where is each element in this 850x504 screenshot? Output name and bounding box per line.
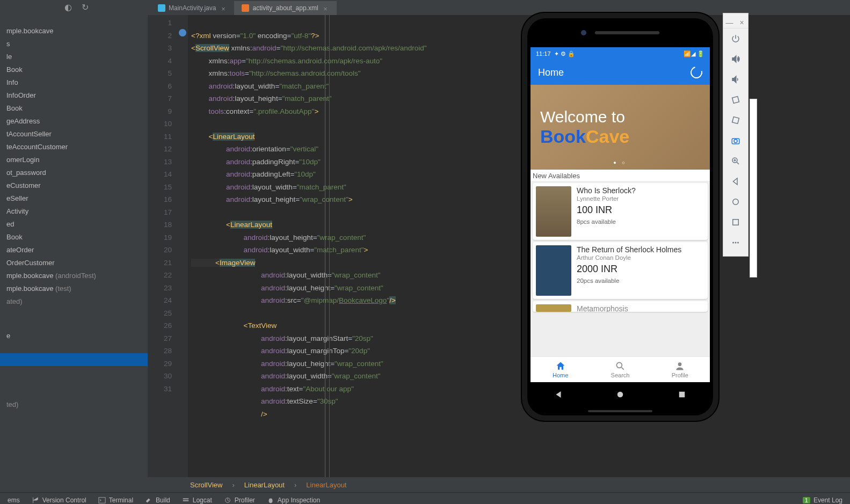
emulator-window[interactable]: 11:17 ✦ ⚙ 🔒 📶◢ 🔋 Home Welcome to BookCav… bbox=[522, 13, 718, 421]
svg-rect-1 bbox=[183, 498, 189, 499]
tab-mainactivity[interactable]: MainActivity.java × bbox=[150, 1, 234, 15]
tree-item[interactable]: eSeller bbox=[0, 192, 148, 205]
android-statusbar: 11:17 ✦ ⚙ 🔒 📶◢ 🔋 bbox=[531, 47, 710, 60]
home-icon[interactable] bbox=[723, 192, 748, 212]
volume-down-icon[interactable] bbox=[723, 69, 748, 90]
tree-item[interactable]: mple.bookcave (test) bbox=[0, 282, 148, 295]
vcs-icon bbox=[32, 496, 39, 504]
nav-back-icon[interactable]: ◐ bbox=[64, 2, 72, 12]
svg-point-14 bbox=[733, 199, 739, 205]
book-card[interactable]: Who Is Sherlock? Lynnette Porter 100 INR… bbox=[533, 183, 708, 240]
crumb[interactable]: ScrollView bbox=[190, 481, 222, 489]
book-author: Lynnette Porter bbox=[577, 195, 636, 202]
svg-rect-15 bbox=[733, 220, 739, 225]
tab-activity-about-app[interactable]: activity_about_app.xml × bbox=[234, 1, 336, 15]
page-indicator[interactable]: ● ○ bbox=[531, 160, 710, 165]
close-icon[interactable]: × bbox=[736, 17, 748, 28]
more-icon[interactable] bbox=[723, 232, 748, 253]
minimize-icon[interactable]: — bbox=[723, 17, 736, 28]
tool-problems[interactable]: ems bbox=[8, 496, 20, 504]
tool-app-inspection[interactable]: App Inspection bbox=[267, 496, 320, 504]
svg-point-12 bbox=[734, 140, 737, 143]
tool-profiler[interactable]: Profiler bbox=[224, 496, 255, 504]
close-icon[interactable]: × bbox=[221, 5, 227, 11]
tree-item[interactable]: ated) bbox=[0, 295, 148, 308]
tree-item[interactable]: e bbox=[0, 330, 148, 342]
refresh-icon[interactable] bbox=[688, 64, 704, 81]
book-cover bbox=[536, 186, 571, 237]
rotate-right-icon[interactable] bbox=[723, 110, 748, 130]
camera-icon[interactable] bbox=[723, 130, 748, 151]
tree-item[interactable]: eCustomer bbox=[0, 179, 148, 192]
svg-rect-8 bbox=[679, 392, 685, 398]
nav-search[interactable]: Search bbox=[590, 357, 650, 382]
back-icon[interactable] bbox=[554, 390, 563, 399]
crumb[interactable]: LinearLayout bbox=[244, 481, 285, 489]
book-cover bbox=[536, 245, 571, 296]
zoom-icon[interactable] bbox=[723, 151, 748, 171]
clock: 11:17 bbox=[536, 50, 551, 57]
book-card[interactable]: The Return of Sherlock Holmes Arthur Con… bbox=[533, 242, 708, 299]
nav-profile[interactable]: Profile bbox=[650, 357, 710, 382]
nav-home[interactable]: Home bbox=[531, 357, 590, 382]
app-toolbar: Home bbox=[531, 60, 710, 85]
tool-logcat[interactable]: Logcat bbox=[182, 496, 212, 504]
side-panel-edge[interactable] bbox=[750, 99, 757, 277]
power-icon[interactable] bbox=[723, 28, 748, 49]
volume-up-icon[interactable] bbox=[723, 49, 748, 69]
svg-point-18 bbox=[737, 242, 739, 244]
line-gutter: 1234567910111213141516171819202122232425… bbox=[148, 15, 177, 477]
gutter-icons bbox=[177, 15, 188, 477]
close-icon[interactable]: × bbox=[324, 5, 329, 11]
book-title: The Return of Sherlock Holmes bbox=[577, 245, 681, 254]
tab-label: MainActivity.java bbox=[169, 4, 216, 12]
book-card[interactable]: Metamorphosis bbox=[533, 301, 708, 312]
tree-item[interactable]: Info bbox=[0, 76, 148, 89]
project-tree[interactable]: mple.bookcave s le Book Info InfoOrder B… bbox=[0, 15, 148, 477]
tree-item[interactable]: Book bbox=[0, 102, 148, 115]
overview-icon[interactable] bbox=[677, 390, 687, 399]
tree-item[interactable]: le bbox=[0, 50, 148, 63]
hammer-icon bbox=[145, 496, 152, 504]
tree-item[interactable]: mple.bookcave bbox=[0, 25, 148, 38]
tool-event-log[interactable]: 1Event Log bbox=[803, 496, 842, 504]
home-indicator bbox=[527, 407, 713, 415]
tree-item[interactable]: s bbox=[0, 38, 148, 50]
overview-icon[interactable] bbox=[723, 212, 748, 232]
tree-item[interactable]: omerLogin bbox=[0, 154, 148, 166]
tree-item[interactable]: InfoOrder bbox=[0, 89, 148, 102]
tree-item[interactable]: Book bbox=[0, 231, 148, 244]
book-price: 100 INR bbox=[577, 204, 636, 216]
tree-item[interactable]: Book bbox=[0, 63, 148, 76]
tree-item[interactable]: Activity bbox=[0, 205, 148, 218]
tree-item[interactable]: teAccountCustomer bbox=[0, 141, 148, 154]
device-screen[interactable]: 11:17 ✦ ⚙ 🔒 📶◢ 🔋 Home Welcome to BookCav… bbox=[531, 47, 710, 382]
tree-item[interactable]: geAddress bbox=[0, 115, 148, 128]
tool-version-control[interactable]: Version Control bbox=[32, 496, 86, 504]
tree-item-selected[interactable] bbox=[0, 353, 148, 366]
related-file-icon[interactable] bbox=[179, 29, 186, 36]
tree-item[interactable]: OrderCustomer bbox=[0, 257, 148, 269]
tree-item[interactable]: mple.bookcave (androidTest) bbox=[0, 269, 148, 282]
home-icon[interactable] bbox=[615, 390, 625, 399]
nav-fwd-icon[interactable]: ↻ bbox=[82, 2, 89, 12]
banner-text: Welcome to bbox=[540, 108, 710, 126]
tool-build[interactable]: Build bbox=[145, 496, 170, 504]
tree-item[interactable]: tAccountSeller bbox=[0, 128, 148, 141]
breadcrumb[interactable]: ScrollView› LinearLayout› LinearLayout bbox=[0, 477, 850, 492]
tree-item[interactable]: ot_password bbox=[0, 166, 148, 179]
back-icon[interactable] bbox=[723, 171, 748, 192]
tree-item[interactable]: ateOrder bbox=[0, 244, 148, 257]
tree-item[interactable]: ed bbox=[0, 218, 148, 231]
bottom-nav: Home Search Profile bbox=[531, 356, 710, 382]
android-softkeys bbox=[527, 382, 713, 407]
svg-rect-9 bbox=[732, 97, 739, 104]
rotate-left-icon[interactable] bbox=[723, 90, 748, 110]
welcome-banner[interactable]: Welcome to BookCave ● ○ bbox=[531, 85, 710, 170]
svg-point-6 bbox=[678, 362, 682, 366]
tree-item[interactable]: ted) bbox=[0, 398, 148, 411]
book-cover bbox=[536, 304, 571, 312]
svg-point-7 bbox=[617, 392, 623, 398]
crumb[interactable]: LinearLayout bbox=[306, 481, 346, 489]
tool-terminal[interactable]: Terminal bbox=[98, 496, 133, 504]
